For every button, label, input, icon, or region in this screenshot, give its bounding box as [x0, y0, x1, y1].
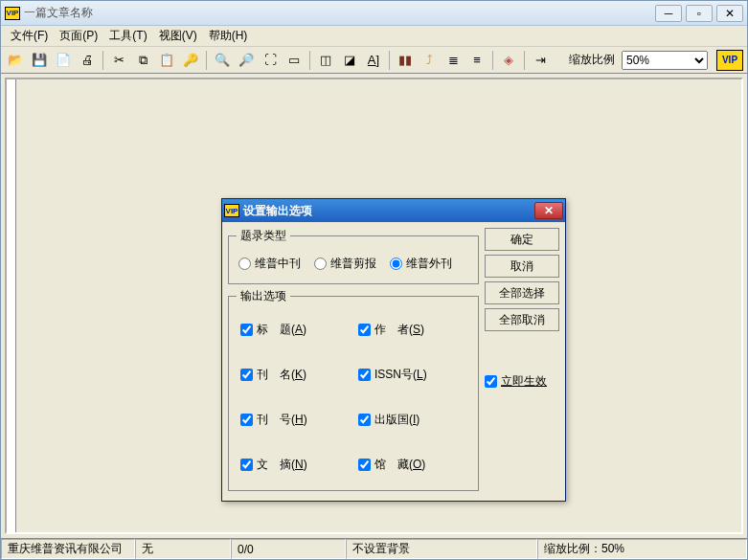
key-icon[interactable]: 🔑	[180, 50, 201, 71]
record-type-legend: 题录类型	[237, 228, 290, 244]
minimize-button[interactable]: ─	[655, 5, 682, 22]
check-title[interactable]: 标 题(A)	[240, 322, 349, 338]
radio-jianbao[interactable]: 维普剪报	[314, 256, 376, 272]
zoom-in-icon[interactable]: 🔍	[212, 50, 233, 71]
text-icon[interactable]: A]	[363, 50, 384, 71]
exit-icon[interactable]: ⇥	[530, 50, 551, 71]
output-options-fieldset: 输出选项 标 题(A) 作 者(S) 刊 名(K) ISSN号(L) 刊 号(H…	[228, 288, 479, 491]
output-options-legend: 输出选项	[237, 288, 290, 304]
print-icon[interactable]: 🖨	[77, 50, 98, 71]
dialog-close-button[interactable]: ✕	[534, 202, 563, 219]
vip-icon: VIP	[716, 50, 743, 71]
check-abstract[interactable]: 文 摘(N)	[240, 457, 349, 473]
zoom-label: 缩放比例	[569, 52, 615, 68]
status-company: 重庆维普资讯有限公司	[1, 539, 135, 559]
check-immediate[interactable]: 立即生效	[485, 373, 559, 390]
document-margin	[7, 79, 16, 532]
status-zoom: 缩放比例：50%	[537, 539, 747, 559]
titlebar: VIP 一篇文章名称 ─ ▫ ✕	[1, 1, 747, 26]
radio-zhongkan[interactable]: 维普中刊	[238, 256, 301, 272]
ok-button[interactable]: 确定	[485, 228, 559, 251]
paste-icon[interactable]: 📋	[156, 50, 177, 71]
menu-tools[interactable]: 工具(T)	[103, 26, 152, 46]
menubar: 文件(F) 页面(P) 工具(T) 视图(V) 帮助(H)	[1, 26, 747, 47]
output-settings-dialog: VIP 设置输出选项 ✕ 题录类型 维普中刊 维普剪报 维普外刊 输出选	[221, 198, 566, 502]
status-bg: 不设置背景	[346, 539, 537, 559]
help-icon[interactable]: ◈	[498, 50, 519, 71]
check-country[interactable]: 出版国(I)	[358, 412, 466, 428]
check-issue[interactable]: 刊 号(H)	[240, 412, 349, 428]
menu-page[interactable]: 页面(P)	[54, 26, 103, 46]
tag-icon[interactable]: ⤴	[419, 50, 440, 71]
dialog-titlebar: VIP 设置输出选项 ✕	[222, 199, 565, 222]
select-all-button[interactable]: 全部选择	[485, 281, 559, 304]
close-button[interactable]: ✕	[716, 5, 743, 22]
status-none: 无	[135, 539, 231, 559]
color-icon[interactable]: ◫	[315, 50, 336, 71]
menu-view[interactable]: 视图(V)	[153, 26, 203, 46]
window-title: 一篇文章名称	[24, 5, 655, 21]
check-journal[interactable]: 刊 名(K)	[240, 367, 349, 383]
toolbar: 📂 💾 📄 🖨 ✂ ⧉ 📋 🔑 🔍 🔎 ⛶ ▭ ◫ ◪ A] ▮▮ ⤴ ≣ ≡ …	[1, 47, 747, 74]
contrast-icon[interactable]: ◪	[339, 50, 360, 71]
zoom-out-icon[interactable]: 🔎	[236, 50, 257, 71]
book-icon[interactable]: ▮▮	[395, 50, 416, 71]
copy-icon[interactable]: ⧉	[132, 50, 153, 71]
page-icon[interactable]: ▭	[283, 50, 305, 71]
cut-icon[interactable]: ✂	[108, 50, 129, 71]
dialog-icon: VIP	[224, 204, 239, 217]
output-icon[interactable]: ≣	[442, 50, 464, 71]
dialog-title: 设置输出选项	[243, 203, 534, 219]
save-icon[interactable]: 💾	[29, 50, 50, 71]
radio-waikan[interactable]: 维普外刊	[390, 256, 452, 272]
deselect-all-button[interactable]: 全部取消	[485, 308, 559, 331]
menu-help[interactable]: 帮助(H)	[203, 26, 254, 46]
maximize-button[interactable]: ▫	[686, 5, 713, 22]
cancel-button[interactable]: 取消	[485, 255, 559, 278]
content-area: VIP 设置输出选项 ✕ 题录类型 维普中刊 维普剪报 维普外刊 输出选	[1, 74, 747, 538]
status-pages: 0/0	[231, 539, 346, 559]
statusbar: 重庆维普资讯有限公司 无 0/0 不设置背景 缩放比例：50%	[1, 538, 747, 559]
record-type-fieldset: 题录类型 维普中刊 维普剪报 维普外刊	[228, 228, 479, 284]
zoom-select[interactable]: 50%	[622, 51, 708, 70]
app-icon: VIP	[5, 7, 20, 20]
main-window: VIP 一篇文章名称 ─ ▫ ✕ 文件(F) 页面(P) 工具(T) 视图(V)…	[0, 0, 748, 560]
menu-file[interactable]: 文件(F)	[5, 26, 54, 46]
fit-icon[interactable]: ⛶	[260, 50, 281, 71]
list-icon[interactable]: ≡	[466, 50, 487, 71]
check-collection[interactable]: 馆 藏(O)	[358, 457, 466, 473]
doc-icon[interactable]: 📄	[53, 50, 74, 71]
check-author[interactable]: 作 者(S)	[358, 322, 466, 338]
open-icon[interactable]: 📂	[5, 50, 26, 71]
check-issn[interactable]: ISSN号(L)	[358, 367, 466, 383]
